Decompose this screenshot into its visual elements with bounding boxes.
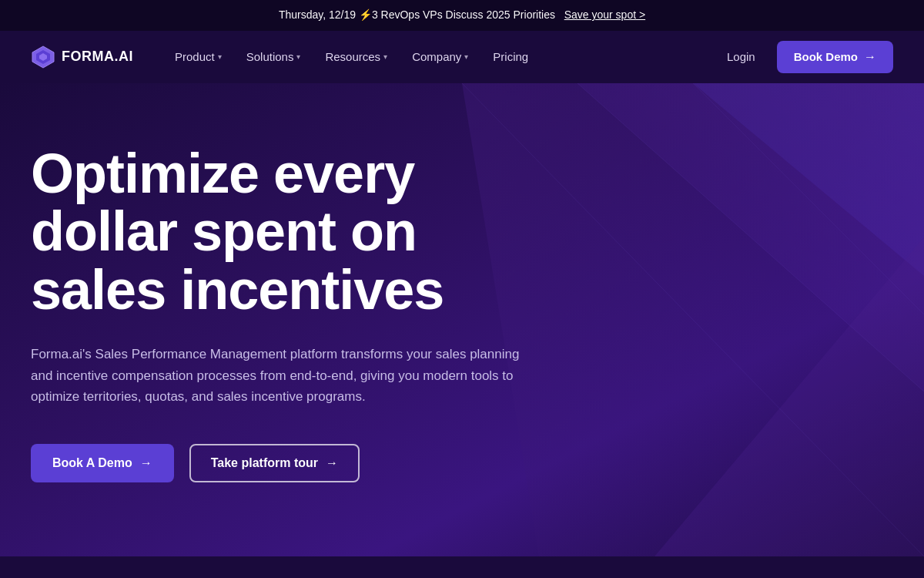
announcement-link[interactable]: Save your spot > [564,8,645,21]
chevron-down-icon: ▾ [464,52,468,61]
chevron-down-icon: ▾ [383,52,387,61]
arrow-icon: → [864,50,876,64]
hero-headline: Optimize every dollar spent on sales inc… [31,145,524,320]
hero-section: Optimize every dollar spent on sales inc… [0,83,924,556]
hero-subtext: Forma.ai's Sales Performance Management … [31,344,524,407]
nav-item-resources[interactable]: Resources ▾ [314,44,398,69]
book-demo-cta-button[interactable]: Book A Demo → [31,444,174,482]
nav-item-solutions[interactable]: Solutions ▾ [236,44,312,69]
logo[interactable]: FORMA.AI [31,45,133,69]
announcement-bar: Thursday, 12/19 ⚡3 RevOps VPs Discuss 20… [0,0,924,31]
chevron-down-icon: ▾ [296,52,300,61]
book-demo-button[interactable]: Book Demo → [777,41,893,73]
hero-content: Optimize every dollar spent on sales inc… [0,83,554,529]
nav-links: Product ▾ Solutions ▾ Resources ▾ Compan… [164,44,718,69]
announcement-text: Thursday, 12/19 ⚡3 RevOps VPs Discuss 20… [279,8,555,21]
nav-item-company[interactable]: Company ▾ [401,44,479,69]
platform-tour-button[interactable]: Take platform tour → [189,444,360,482]
logo-text: FORMA.AI [62,49,133,65]
nav-item-product[interactable]: Product ▾ [164,44,233,69]
arrow-icon: → [140,456,152,470]
hero-cta: Book A Demo → Take platform tour → [31,444,524,482]
logo-icon [31,45,55,69]
login-button[interactable]: Login [718,44,765,69]
nav-item-pricing[interactable]: Pricing [482,44,539,69]
arrow-icon: → [326,456,338,470]
nav-right: Login Book Demo → [718,41,893,73]
chevron-down-icon: ▾ [218,52,222,61]
navbar: FORMA.AI Product ▾ Solutions ▾ Resources… [0,31,924,83]
